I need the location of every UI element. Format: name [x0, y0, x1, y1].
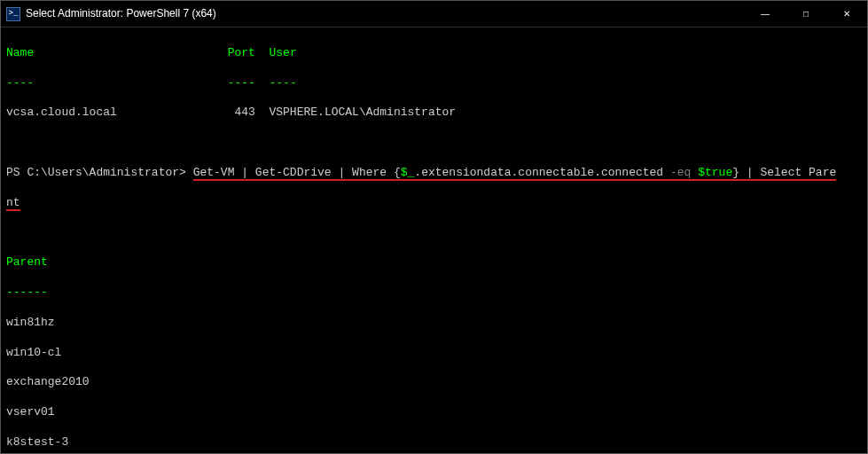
conn-port: 443: [234, 106, 254, 119]
conn-user: VSPHERE.LOCAL\Administrator: [269, 106, 456, 119]
cmd1-getvm: Get-VM: [193, 166, 235, 181]
col-port-header: Port: [228, 46, 255, 59]
cmd1-where: Where: [352, 166, 387, 181]
powershell-icon: >_: [6, 7, 20, 21]
col-name-dash: ----: [6, 76, 34, 90]
prompt: PS C:\Users\Administrator>: [6, 166, 193, 179]
col-port-dash: ----: [228, 76, 255, 90]
cmd1-true: $true: [698, 166, 732, 181]
cmd1-var: $_: [401, 166, 415, 181]
parent-header-dash: ------: [6, 286, 48, 299]
parent-header: Parent: [6, 255, 48, 269]
parent-item: vserv01: [6, 405, 55, 419]
cmd1-getcd: Get-CDDrive: [255, 166, 332, 181]
parent-item: k8stest-3: [6, 435, 68, 449]
maximize-button[interactable]: □: [786, 1, 826, 27]
parent-item: win10-cl: [6, 346, 61, 359]
col-name-header: Name: [6, 46, 34, 59]
parent-item: win81hz: [6, 316, 55, 329]
conn-name: vcsa.cloud.local: [6, 106, 117, 119]
col-user-dash: ----: [269, 76, 296, 90]
terminal-output[interactable]: Name Port User ---- ---- ---- vcsa.cloud…: [1, 27, 867, 453]
window-title: Select Administrator: PowerShell 7 (x64): [26, 7, 745, 21]
close-button[interactable]: ✕: [826, 1, 867, 27]
cmd1-select: Select: [760, 166, 802, 181]
cmd1-eq: -eq: [670, 166, 691, 181]
titlebar: >_ Select Administrator: PowerShell 7 (x…: [1, 1, 867, 27]
col-user-header: User: [269, 46, 296, 59]
parent-item: exchange2010: [6, 375, 90, 388]
minimize-button[interactable]: —: [745, 1, 786, 27]
window-controls: — □ ✕: [745, 1, 867, 27]
cmd1-wrap: nt: [6, 196, 20, 211]
